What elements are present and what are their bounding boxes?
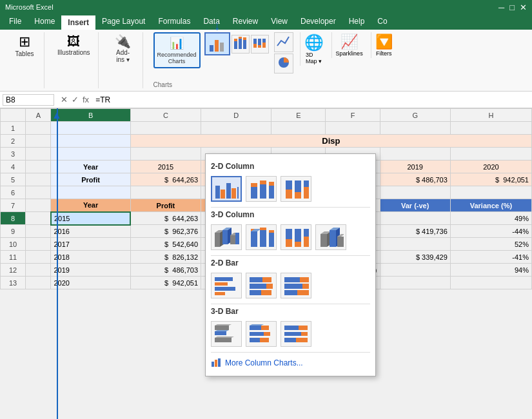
name-box[interactable]: B8 <box>3 94 54 106</box>
col-header-h[interactable]: H <box>450 109 531 122</box>
cell-h4[interactable]: 2020 <box>450 161 531 173</box>
threed-map-btn[interactable]: 🌐 3DMap ▾ <box>303 32 325 66</box>
chart-clustered-column-2d[interactable] <box>211 176 242 202</box>
cell-g7-var-neg[interactable]: Var (-ve) <box>380 199 450 212</box>
cell-b6[interactable] <box>51 186 130 199</box>
tab-help[interactable]: Help <box>342 14 371 30</box>
cell-b7-year[interactable]: Year <box>51 199 130 212</box>
pie-chart-btn[interactable] <box>274 54 293 73</box>
more-charts-link[interactable]: More Column Charts... <box>211 355 370 371</box>
tab-file[interactable]: File <box>3 14 28 30</box>
cell-h9-pct[interactable]: -44% <box>450 225 531 238</box>
cell-h3[interactable] <box>450 148 531 161</box>
cell-g8[interactable] <box>380 212 450 225</box>
cell-g1[interactable] <box>380 122 450 135</box>
cell-c10[interactable]: $ 542,640 <box>130 238 201 251</box>
cell-c12[interactable]: $ 486,703 <box>130 264 201 277</box>
cell-a13[interactable] <box>26 277 51 289</box>
cell-g11[interactable]: $ 339,429 <box>380 251 450 264</box>
chart-type-stacked-btn[interactable] <box>232 35 250 54</box>
cancel-formula-icon[interactable]: ✕ <box>61 95 68 104</box>
cell-a2[interactable] <box>26 135 51 148</box>
cell-b11[interactable]: 2018 <box>51 251 130 264</box>
cell-h13[interactable] <box>450 277 531 289</box>
illustrations-button[interactable]: 🖼 Illustrations <box>55 32 93 59</box>
cell-c4[interactable]: 2015 <box>130 161 201 173</box>
chart-stacked-bar-3d[interactable] <box>246 321 277 347</box>
chart-3d-column[interactable] <box>315 224 346 250</box>
cell-b3[interactable] <box>51 148 130 161</box>
formula-input[interactable] <box>93 95 529 105</box>
cell-g12[interactable] <box>380 264 450 277</box>
cell-g10[interactable] <box>380 238 450 251</box>
col-header-g[interactable]: G <box>380 109 450 122</box>
col-header-f[interactable]: F <box>326 109 380 122</box>
tab-co[interactable]: Co <box>371 14 393 30</box>
tab-home[interactable]: Home <box>28 14 61 30</box>
cell-c5[interactable]: $ 644,263 <box>130 173 201 186</box>
cell-h5[interactable]: $ 942,051 <box>450 173 531 186</box>
cell-c13[interactable]: $ 942,051 <box>130 277 201 289</box>
chart-stacked-column-3d[interactable] <box>246 224 277 250</box>
cell-h12-pct[interactable]: 94% <box>450 264 531 277</box>
cell-a9[interactable] <box>26 225 51 238</box>
cell-a4[interactable] <box>26 161 51 173</box>
cell-c7-profit[interactable]: Profit <box>130 199 201 212</box>
tab-data[interactable]: Data <box>197 14 226 30</box>
cell-g5[interactable]: $ 486,703 <box>380 173 450 186</box>
cell-h8-pct[interactable]: 49% <box>450 212 531 225</box>
column-chart-active-btn[interactable]: ↓ <box>204 32 230 55</box>
cell-a11[interactable] <box>26 251 51 264</box>
cell-b4-year[interactable]: Year <box>51 161 130 173</box>
col-header-e[interactable]: E <box>271 109 326 122</box>
chart-100pct-column-2d[interactable] <box>281 176 311 202</box>
cell-g4[interactable]: 2019 <box>380 161 450 173</box>
col-header-d[interactable]: D <box>201 109 271 122</box>
cell-a12[interactable] <box>26 264 51 277</box>
tab-review[interactable]: Review <box>226 14 264 30</box>
col-header-b[interactable]: B <box>51 109 130 122</box>
chart-100pct-bar-2d[interactable] <box>281 273 311 298</box>
cell-h6[interactable] <box>450 186 531 199</box>
cell-b1[interactable] <box>51 122 130 135</box>
cell-a5[interactable] <box>26 173 51 186</box>
chart-clustered-bar-3d[interactable] <box>211 321 242 347</box>
chart-clustered-bar-2d[interactable] <box>211 273 242 298</box>
cell-c6[interactable] <box>130 186 201 199</box>
cell-a3[interactable] <box>26 148 51 161</box>
chart-type-100pct-btn[interactable] <box>251 35 269 54</box>
chart-100pct-column-3d[interactable] <box>281 224 311 250</box>
filters-btn[interactable]: 🔽 Filters <box>374 32 394 58</box>
cell-c2-merged[interactable]: Disp <box>130 135 531 148</box>
tables-button[interactable]: ⊞ Tables <box>10 32 39 60</box>
cell-b9[interactable]: 2016 <box>51 225 130 238</box>
chart-100pct-bar-3d[interactable] <box>281 321 311 347</box>
window-controls[interactable]: ─□✕ <box>498 3 527 12</box>
tab-view[interactable]: View <box>264 14 294 30</box>
chart-stacked-column-2d[interactable] <box>246 176 277 202</box>
cell-g13[interactable] <box>380 277 450 289</box>
cell-g6[interactable] <box>380 186 450 199</box>
cell-b13[interactable]: 2020 <box>51 277 130 289</box>
tab-formulas[interactable]: Formulas <box>152 14 197 30</box>
cell-a1[interactable] <box>26 122 51 135</box>
cell-b5-profit[interactable]: Profit <box>51 173 130 186</box>
cell-c3[interactable] <box>130 148 201 161</box>
chart-clustered-column-3d[interactable] <box>211 224 242 250</box>
tab-insert[interactable]: Insert <box>61 14 95 30</box>
cell-h11-pct[interactable]: -41% <box>450 251 531 264</box>
line-chart-btn[interactable] <box>274 32 293 52</box>
recommended-charts-button[interactable]: 📊 RecommendedCharts <box>153 32 201 68</box>
cell-h1[interactable] <box>450 122 531 135</box>
cell-c8[interactable]: $ 644,263 <box>130 212 201 225</box>
cell-b2[interactable] <box>51 135 130 148</box>
chart-stacked-bar-2d[interactable] <box>246 273 277 298</box>
col-header-c[interactable]: C <box>130 109 201 122</box>
cell-h10-pct[interactable]: 52% <box>450 238 531 251</box>
cell-g3[interactable] <box>380 148 450 161</box>
confirm-formula-icon[interactable]: ✓ <box>72 95 79 104</box>
cell-a8[interactable] <box>26 212 51 225</box>
cell-g9[interactable]: $ 419,736 <box>380 225 450 238</box>
tab-page-layout[interactable]: Page Layout <box>95 14 152 30</box>
cell-a6[interactable] <box>26 186 51 199</box>
